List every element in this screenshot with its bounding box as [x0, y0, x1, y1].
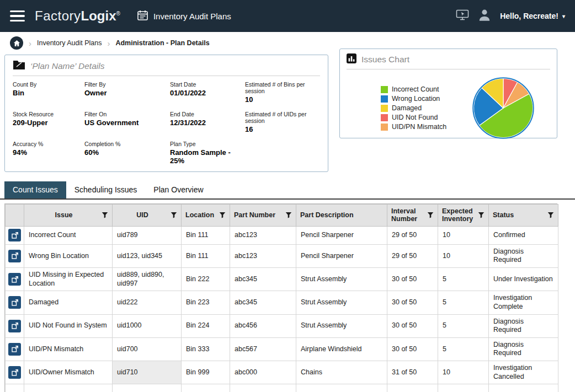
plan-field-filter-by: Filter ByOwner: [84, 81, 170, 104]
column-header-expected[interactable]: Expected Inventory: [438, 205, 489, 227]
plan-field-completion: Completion %60%: [84, 141, 170, 165]
row-icon-cell: [6, 291, 24, 314]
column-header-issue[interactable]: Issue: [24, 205, 113, 227]
issues-chart-title: Issues Chart: [361, 55, 409, 65]
table-row[interactable]: Wrong Bin Locationuid123, uid345Bin 111a…: [6, 244, 558, 267]
column-header-part_number[interactable]: Part Number: [230, 205, 296, 227]
cell-part_description: Strut Assembly: [296, 268, 387, 291]
cell-part_number: abc345: [230, 291, 296, 314]
logo-text-logix: Logix: [81, 8, 116, 23]
plan-field-end-date: End Date12/31/2022: [170, 111, 245, 133]
table-row[interactable]: UID Missing in Expected Locationuid889, …: [6, 268, 558, 291]
cell-issue: UID/PN Mismatch: [24, 337, 113, 361]
legend-label: Damaged: [392, 104, 422, 112]
greeting-text: Hello, Recreate!: [500, 12, 558, 20]
cell-part_number: abc123: [230, 226, 296, 244]
table-row[interactable]: Incorrect Countuid789Bin 111abc123Pencil…: [6, 226, 558, 244]
legend-label: UID Not Found: [392, 114, 438, 121]
open-issue-button[interactable]: [8, 296, 21, 309]
open-issue-button[interactable]: [8, 273, 21, 286]
field-value: 01/01/2022: [170, 89, 245, 97]
cell-uid: uid222: [113, 291, 182, 314]
column-header-part_description[interactable]: Part Description: [296, 205, 387, 227]
cell-uid: uid1000: [113, 314, 182, 337]
column-header-inner: Location: [185, 211, 226, 219]
app-logo: FactoryLogix®: [35, 8, 120, 24]
cell-interval: 30 of 50: [387, 314, 438, 337]
top-bar: FactoryLogix® Inventory Audit Plans: [0, 0, 575, 32]
empty-cell: [387, 384, 438, 392]
table-row[interactable]: UID Not Found in Systemuid1000Bin 224abc…: [6, 314, 558, 337]
cell-status: Confirmed: [489, 226, 558, 244]
table-row[interactable]: UID/Owner Mismatchuid710Bin 999abc000Cha…: [6, 361, 558, 384]
column-label: UID: [116, 211, 168, 219]
open-issue-button[interactable]: [8, 343, 21, 356]
open-issue-button[interactable]: [8, 229, 21, 241]
plan-details-icon: [13, 60, 25, 72]
plan-field-plan-type: Plan TypeRandom Sample - 25%: [170, 141, 245, 165]
table-row[interactable]: UID/PN Mismatchuid700Bin 333abc567Airpla…: [6, 337, 558, 361]
column-label: Part Number: [234, 211, 283, 219]
column-header-inner: Status: [493, 211, 554, 219]
column-header-uid[interactable]: UID: [113, 205, 182, 227]
legend-swatch: [381, 95, 388, 103]
cell-interval: 30 of 50: [387, 268, 438, 291]
cell-status: Investigation Complete: [489, 291, 558, 314]
field-value: 16: [245, 125, 320, 133]
column-header-inner: Part Number: [234, 211, 292, 219]
cell-uid: uid889, uid890, uid997: [113, 268, 182, 291]
empty-cell: [113, 384, 182, 392]
empty-cell: [230, 384, 296, 392]
column-header-interval[interactable]: Interval Number: [387, 205, 438, 227]
open-issue-button[interactable]: [8, 366, 21, 379]
legend-item-incorrect-count: Incorrect Count: [381, 85, 446, 93]
filter-icon[interactable]: [478, 212, 485, 218]
filter-icon[interactable]: [102, 212, 108, 218]
tab-plan-overview[interactable]: Plan Overview: [145, 181, 211, 198]
breadcrumb-separator-icon: ›: [29, 39, 31, 47]
cell-part_description: Pencil Sharpener: [296, 226, 387, 244]
cell-location: Bin 223: [182, 291, 230, 314]
audit-plans-icon: [137, 10, 148, 23]
field-label: Stock Resource: [13, 111, 84, 117]
row-icon-cell: [6, 337, 24, 361]
cell-issue: Damaged: [24, 291, 113, 314]
column-header-location[interactable]: Location: [182, 205, 230, 227]
field-value: Random Sample - 25%: [170, 148, 245, 165]
empty-cell: [182, 384, 230, 392]
tab-count-issues[interactable]: Count Issues: [4, 181, 66, 198]
open-issue-button[interactable]: [8, 250, 21, 262]
issues-chart-card: Issues Chart Incorrect CountWrong Locati…: [339, 49, 557, 138]
filter-icon[interactable]: [171, 212, 177, 218]
user-avatar-icon[interactable]: [477, 8, 492, 24]
tab-scheduling-issues[interactable]: Scheduling Issues: [66, 181, 146, 198]
row-icon-cell: [6, 244, 24, 267]
header-row: IssueUIDLocationPart NumberPart Descript…: [6, 205, 558, 227]
breadcrumb-link[interactable]: Inventory Audit Plans: [37, 39, 102, 47]
field-value: 94%: [13, 148, 84, 157]
home-icon[interactable]: [10, 36, 23, 50]
issues-table: IssueUIDLocationPart NumberPart Descript…: [5, 204, 558, 392]
column-header-status[interactable]: Status: [489, 205, 558, 227]
column-header-inner: Expected Inventory: [442, 207, 485, 223]
remote-screen-icon[interactable]: [456, 9, 469, 23]
bar-chart-icon: [347, 53, 356, 66]
cell-location: Bin 111: [182, 226, 230, 244]
filter-icon[interactable]: [547, 212, 554, 218]
empty-row: [6, 384, 558, 392]
column-label: Expected Inventory: [442, 207, 476, 223]
cell-issue: Wrong Bin Location: [24, 244, 113, 267]
table-row[interactable]: Damageduid222Bin 223abc345Strut Assembly…: [6, 291, 558, 314]
filter-icon[interactable]: [219, 212, 226, 218]
column-header-inner: Part Description: [300, 211, 383, 219]
open-issue-button[interactable]: [8, 320, 21, 332]
cell-part_description: Strut Assembly: [296, 314, 387, 337]
filter-icon[interactable]: [427, 212, 434, 218]
filter-icon[interactable]: [285, 212, 292, 218]
column-label: Part Description: [300, 211, 383, 219]
menu-icon[interactable]: [10, 10, 25, 22]
column-label: Interval Number: [391, 207, 425, 223]
field-label: Start Date: [170, 81, 245, 88]
empty-cell: [296, 384, 387, 392]
user-menu[interactable]: Hello, Recreate! ▾: [500, 12, 565, 20]
